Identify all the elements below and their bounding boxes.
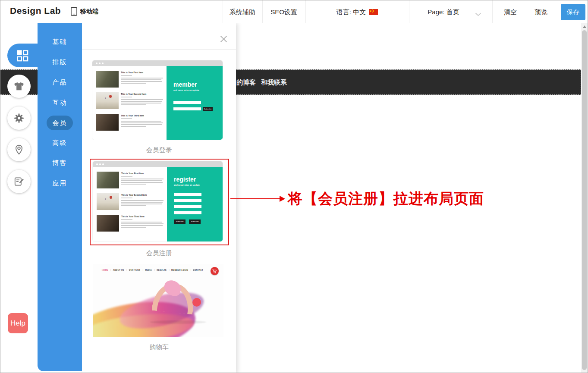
highlight-outline: This is Your First Item This is Your Sec… — [90, 159, 229, 245]
menu-item-member[interactable]: 会员 — [47, 116, 73, 130]
settings-button[interactable] — [7, 107, 31, 130]
form-title: register — [174, 176, 223, 183]
blog-post-preview: This is Your Third Item — [96, 114, 164, 131]
cart-site-nav: HOME ABOUT US OUR TEAM MEDIA RESULTS MEM… — [93, 269, 212, 271]
seo-settings-button[interactable]: SEO设置 — [262, 0, 305, 23]
annotation-arrowhead — [280, 196, 285, 202]
blog-post-preview: This is Your Second Item — [97, 193, 164, 210]
design-lab-window: Design Lab 移动端 系统辅助 SEO设置 语言: 中文 Page: 首… — [0, 0, 588, 373]
subscribe-button: Subscribe — [189, 219, 201, 224]
gym-ball — [192, 298, 201, 307]
annotation-arrow — [230, 198, 280, 199]
location-pin-icon — [13, 144, 25, 155]
browser-chrome-bar — [92, 60, 223, 66]
blog-photo — [96, 114, 119, 131]
blog-list-preview: This is Your First Item This is Your Sec… — [92, 66, 167, 140]
form-field — [174, 199, 201, 202]
gear-icon — [13, 113, 25, 124]
blog-photo — [97, 193, 119, 210]
language-selector[interactable]: 语言: 中文 — [305, 0, 409, 23]
template-member-login[interactable]: This is Your First Item This is Your Sec… — [92, 60, 223, 140]
template-thumbnail: This is Your First Item This is Your Sec… — [92, 60, 223, 140]
form-field — [173, 101, 201, 104]
subscribe-button: Subscribe — [174, 219, 186, 224]
blog-photo — [97, 215, 119, 232]
nav-link: HOME — [102, 269, 108, 271]
member-login-form-preview: member and never miss an update Subscrib… — [167, 66, 223, 140]
blog-title: This is Your Third Item — [121, 215, 164, 218]
menu-item-advanced[interactable]: 高级 — [38, 139, 82, 147]
annotation-text: 将【会员注册】拉进布局页面 — [288, 189, 484, 209]
form-field — [173, 107, 201, 110]
nav-link: CONTACT — [191, 269, 203, 271]
save-button[interactable]: 保存 — [561, 4, 585, 20]
template-caption-cart: 购物车 — [82, 343, 236, 351]
top-toolbar: Design Lab 移动端 系统辅助 SEO设置 语言: 中文 Page: 首… — [0, 0, 588, 23]
form-field — [174, 205, 201, 208]
nav-link: RESULTS — [154, 269, 167, 271]
mobile-mode-button[interactable]: 移动端 — [71, 7, 98, 16]
blog-post-preview: This is Your Second Item — [96, 92, 164, 109]
blog-post-preview: This is Your Third Item — [97, 215, 164, 232]
menu-item-app[interactable]: 应用 — [38, 179, 82, 188]
blog-photo — [96, 92, 119, 109]
location-button[interactable] — [7, 138, 31, 161]
menu-item-product[interactable]: 产品 — [38, 78, 82, 87]
template-thumbnail: This is Your First Item This is Your Sec… — [93, 161, 223, 241]
nav-link: ABOUT US — [110, 269, 124, 271]
form-field — [174, 211, 201, 214]
widgets-tab[interactable] — [7, 44, 38, 67]
toolbar-divider — [492, 0, 493, 23]
language-label: 语言: 中文 — [336, 0, 366, 23]
brand-logo: Design Lab — [10, 6, 61, 16]
menu-item-interaction[interactable]: 互动 — [38, 99, 82, 107]
cart-icon — [211, 267, 219, 275]
page-selector[interactable]: Page: 首页 — [409, 0, 478, 23]
clear-button[interactable]: 清空 — [497, 0, 524, 23]
subscribe-button: Subscribe — [203, 107, 213, 111]
blog-list-preview: This is Your First Item This is Your Sec… — [93, 167, 167, 241]
site-nav-blog[interactable]: 的博客 — [236, 78, 256, 87]
menu-item-layout[interactable]: 排版 — [38, 58, 82, 67]
blog-title: This is Your Second Item — [121, 194, 164, 197]
nav-link: MEDIA — [143, 269, 152, 271]
browser-chrome-bar — [93, 161, 223, 167]
compose-icon — [13, 176, 25, 187]
scrollbar-thumb[interactable] — [582, 30, 587, 370]
panel-header — [82, 23, 236, 50]
blog-post-preview: This is Your First Item — [97, 172, 164, 188]
preview-button[interactable]: 预览 — [527, 0, 555, 23]
blog-photo — [96, 71, 119, 88]
scroll-up-arrow-icon[interactable] — [583, 25, 586, 28]
nav-link: OUR TEAM — [126, 269, 140, 271]
template-caption-login: 会员登录 — [82, 146, 236, 154]
widget-category-menu: 基础 排版 产品 互动 会员 高级 博客 应用 — [38, 23, 82, 371]
site-nav-contact[interactable]: 和我联系 — [261, 78, 287, 87]
design-style-button[interactable] — [7, 75, 31, 98]
nav-link: MEMBER LOGIN — [169, 269, 189, 271]
mobile-phone-icon — [71, 7, 77, 16]
blog-post-preview: This is Your First Item — [96, 71, 164, 88]
help-button[interactable]: Help — [8, 313, 28, 333]
template-panel: This is Your First Item This is Your Sec… — [82, 23, 236, 373]
system-assist-button[interactable]: 系统辅助 — [223, 0, 262, 23]
blog-title: This is Your Second Item — [121, 93, 164, 96]
close-icon[interactable] — [220, 35, 228, 43]
template-member-register[interactable]: This is Your First Item This is Your Sec… — [93, 161, 223, 241]
canvas-scrollbar[interactable] — [581, 23, 588, 373]
chevron-down-icon[interactable] — [475, 10, 481, 18]
menu-item-blog[interactable]: 博客 — [38, 159, 82, 168]
blog-title: This is Your First Item — [121, 71, 164, 74]
shadow — [150, 320, 206, 324]
blog-title: This is Your First Item — [121, 172, 164, 175]
template-shopping-cart[interactable]: HOME ABOUT US OUR TEAM MEDIA RESULTS MEM… — [93, 264, 223, 337]
template-caption-register: 会员注册 — [82, 249, 236, 257]
blocks-grid-icon — [15, 48, 30, 63]
member-register-form-preview: register and never miss an update Subscr… — [167, 167, 223, 241]
form-title: member — [173, 81, 223, 88]
tshirt-icon — [13, 80, 25, 92]
compose-button[interactable] — [7, 170, 31, 193]
menu-item-basic[interactable]: 基础 — [38, 38, 82, 47]
blog-title: This is Your Third Item — [121, 114, 164, 117]
form-field — [174, 193, 201, 196]
